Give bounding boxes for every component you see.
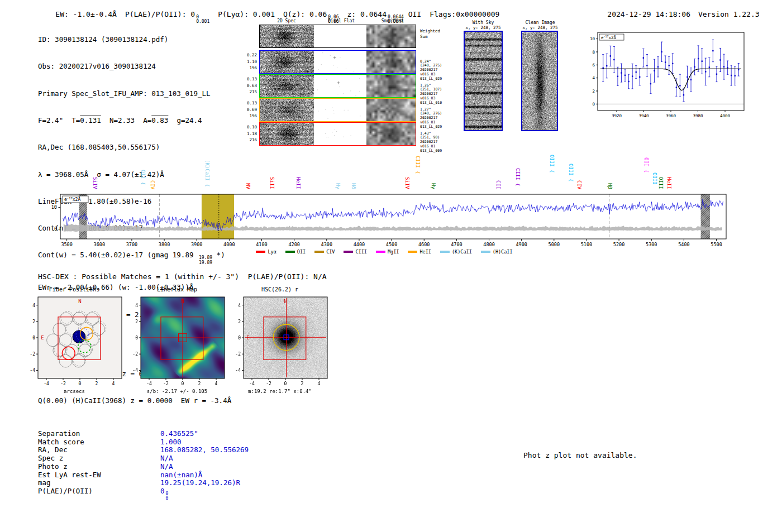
emission-line-label: OII { bbox=[643, 157, 649, 172]
smoothed-image bbox=[366, 75, 416, 97]
svg-text:4: 4 bbox=[592, 75, 595, 80]
emission-line-label: CIV bbox=[150, 180, 155, 189]
svg-text:2: 2 bbox=[135, 319, 138, 324]
gmag-frac: 19.8919.89 bbox=[199, 256, 212, 265]
emission-line-label: SiIV bbox=[404, 177, 409, 189]
svg-text:4800: 4800 bbox=[483, 242, 494, 247]
svg-text:6: 6 bbox=[592, 63, 595, 68]
with-sky-image bbox=[465, 32, 502, 130]
svg-text:4: 4 bbox=[112, 381, 115, 386]
svg-text:3920: 3920 bbox=[612, 113, 622, 118]
2d-spec-image bbox=[260, 25, 314, 47]
report-version: Version 1.22.3 bbox=[698, 10, 760, 18]
emission-line-label: CII bbox=[495, 180, 500, 189]
legend-swatch bbox=[256, 251, 265, 253]
smoothed-image bbox=[366, 51, 416, 73]
legend-item: CIV bbox=[314, 249, 335, 255]
legend-swatch bbox=[314, 251, 324, 253]
emission-line-label: HeII bbox=[666, 177, 671, 189]
column-header-pixel-flat: Pixel Flat bbox=[313, 18, 369, 23]
emission-line-label: OIII { bbox=[549, 155, 554, 173]
weighted-sum-label: Weighted Sum bbox=[420, 28, 440, 39]
svg-text:4400: 4400 bbox=[354, 242, 365, 247]
legend-swatch bbox=[344, 251, 353, 253]
full-spectrum-plot: 3500360037003800390040004100420043004400… bbox=[51, 186, 733, 250]
svg-text:e-17x2Å: e-17x2Å bbox=[64, 196, 80, 202]
svg-text:E: E bbox=[41, 335, 44, 341]
legend-swatch bbox=[408, 251, 417, 253]
lineflux-map-xlabel: s/b: -2.17 +/- 0.105 bbox=[124, 389, 230, 394]
fiber-stats: 0.130.69196 bbox=[244, 100, 257, 119]
legend-swatch bbox=[440, 251, 450, 253]
clean-image bbox=[522, 32, 557, 130]
hsc-image-xlabel: m:19.2 re:1.7" s:0.4" bbox=[227, 389, 333, 394]
legend-item: Lyα bbox=[256, 249, 276, 255]
emission-line-label: SiIV bbox=[92, 177, 97, 189]
emission-line-label: Hγ bbox=[335, 183, 340, 189]
svg-text:5300: 5300 bbox=[646, 242, 657, 247]
svg-text:2: 2 bbox=[198, 381, 201, 386]
svg-text:4000: 4000 bbox=[223, 242, 235, 247]
table-row: Spec zN/A bbox=[38, 454, 249, 463]
svg-text:-2: -2 bbox=[163, 381, 169, 386]
cutout-frame bbox=[259, 98, 416, 122]
table-row: Match score1.000 bbox=[38, 438, 249, 447]
legend-item: HeII bbox=[408, 249, 431, 255]
svg-text:-4: -4 bbox=[30, 368, 35, 373]
svg-text:-2: -2 bbox=[60, 381, 66, 386]
emission-line-label: OIII bbox=[658, 177, 663, 189]
emission-line-label: NV bbox=[245, 183, 250, 189]
spectrum-legend: Lyα OII CIV CIII MgII HeII (K)CaII (H)Ca… bbox=[51, 249, 717, 255]
svg-text:N: N bbox=[78, 299, 81, 304]
svg-text:4: 4 bbox=[135, 303, 138, 308]
cutout-frame bbox=[259, 122, 416, 146]
svg-text:3700: 3700 bbox=[126, 242, 137, 247]
emission-line-label: OIII { bbox=[568, 164, 573, 182]
cutout-row-weighted: Weighted Sum bbox=[244, 25, 456, 49]
table-row: Est LyA rest-EWnan(±nan)Å bbox=[38, 471, 249, 480]
svg-text:10: 10 bbox=[51, 204, 57, 210]
fiber-stats: 0.221.10196 bbox=[244, 52, 257, 71]
clean-image-coords: x, y: 248, 275 bbox=[509, 25, 571, 30]
svg-text:5100: 5100 bbox=[581, 242, 592, 247]
emission-line-label: HeII bbox=[295, 177, 301, 189]
svg-text:2: 2 bbox=[592, 89, 595, 94]
svg-text:2: 2 bbox=[96, 381, 98, 386]
lineflux-map-overlay: -4-4-2-2002244N bbox=[124, 286, 230, 397]
cutout-frame bbox=[259, 25, 416, 48]
fiber-annotation: 1.43"(251, 98)20200217v016_01013_LL_009 bbox=[420, 123, 442, 162]
svg-text:-2: -2 bbox=[132, 352, 138, 357]
svg-text:0: 0 bbox=[284, 381, 287, 386]
svg-text:3900: 3900 bbox=[191, 242, 202, 247]
cutout-frame bbox=[259, 50, 416, 74]
emission-line-label: CIII { bbox=[515, 168, 520, 186]
svg-text:4000: 4000 bbox=[720, 113, 731, 118]
info-line-q: Q(0.00) (H)CaII(3968) z = 0.0000 EW r = … bbox=[38, 396, 231, 405]
emission-line-label: (K)CaII { bbox=[204, 160, 209, 187]
legend-swatch bbox=[285, 251, 295, 253]
pixel-flat-image bbox=[315, 123, 365, 145]
svg-text:0: 0 bbox=[182, 381, 184, 386]
hscdex-header: HSC-DEX : Possible Matches = 1 (within +… bbox=[38, 272, 327, 281]
info-line-wavelength: λ = 3968.05Å σ = 4.07(±1.42)Å bbox=[38, 170, 231, 179]
svg-text:3940: 3940 bbox=[638, 113, 649, 118]
cutout-row-fiber: 0.130.63215 1.26"(251, 107)20200217v016_… bbox=[244, 74, 456, 99]
2d-spec-image bbox=[260, 51, 314, 73]
table-row: mag19.25(19.24,19.26)R bbox=[38, 479, 249, 487]
svg-text:3600: 3600 bbox=[94, 242, 105, 247]
2d-spec-image bbox=[260, 75, 314, 97]
pixel-flat-image bbox=[315, 51, 365, 73]
pixel-flat-image bbox=[315, 75, 365, 97]
emission-line-label: CIV bbox=[576, 180, 581, 189]
svg-text:5400: 5400 bbox=[678, 242, 689, 247]
smoothed-image bbox=[366, 25, 416, 47]
with-sky-panel bbox=[464, 31, 503, 131]
with-sky-title: With Sky bbox=[452, 20, 514, 25]
svg-text:5500: 5500 bbox=[711, 242, 722, 247]
svg-text:5000: 5000 bbox=[549, 242, 560, 247]
svg-text:4300: 4300 bbox=[321, 242, 332, 247]
emission-line-label: Hβ bbox=[607, 183, 612, 189]
svg-text:0: 0 bbox=[238, 336, 241, 341]
legend-item: MgII bbox=[376, 249, 399, 255]
svg-text:4500: 4500 bbox=[386, 242, 397, 247]
